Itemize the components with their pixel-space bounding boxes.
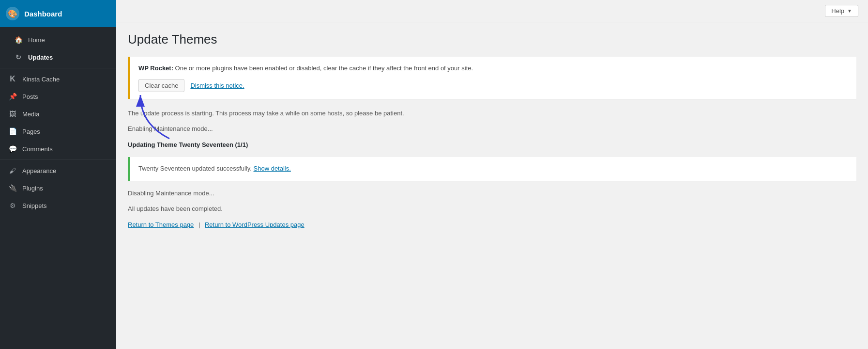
sidebar-item-appearance[interactable]: 🖌 Appearance bbox=[0, 162, 116, 179]
maintenance-disable-text: Disabling Maintenance mode... bbox=[128, 189, 856, 199]
posts-icon: 📌 bbox=[8, 92, 17, 101]
updating-theme-text: Updating Theme Twenty Seventeen (1/1) bbox=[128, 140, 856, 150]
sidebar-item-media-label: Media bbox=[22, 111, 39, 118]
sidebar-item-pages-label: Pages bbox=[22, 128, 40, 135]
sidebar-item-snippets[interactable]: ⚙ Snippets bbox=[0, 197, 116, 214]
return-updates-link[interactable]: Return to WordPress Updates page bbox=[205, 221, 305, 228]
sidebar-item-kinsta-cache[interactable]: K Kinsta Cache bbox=[0, 70, 116, 88]
wp-rocket-notice: WP Rocket: One or more plugins have been… bbox=[128, 57, 856, 99]
footer-links: Return to Themes page | Return to WordPr… bbox=[128, 220, 856, 230]
appearance-icon: 🖌 bbox=[8, 166, 17, 175]
sidebar-item-posts[interactable]: 📌 Posts bbox=[0, 88, 116, 105]
dismiss-notice-link[interactable]: Dismiss this notice. bbox=[190, 82, 244, 89]
pages-icon: 📄 bbox=[8, 127, 17, 136]
sidebar-title: Dashboard bbox=[24, 10, 62, 18]
sidebar-item-plugins[interactable]: 🔌 Plugins bbox=[0, 179, 116, 197]
sidebar-item-comments-label: Comments bbox=[22, 145, 53, 153]
help-chevron-icon: ▼ bbox=[847, 8, 852, 14]
main-area: Help ▼ Update Themes WP Rocket: One or m… bbox=[116, 0, 868, 349]
process-text: The update process is starting. This pro… bbox=[128, 109, 856, 119]
return-themes-link[interactable]: Return to Themes page bbox=[128, 221, 194, 228]
success-box: Twenty Seventeen updated successfully. S… bbox=[128, 157, 856, 181]
updates-icon: ↻ bbox=[14, 52, 23, 62]
sidebar: 🎨 Dashboard 🏠 Home ↻ Updates K Kinsta Ca… bbox=[0, 0, 116, 349]
help-label: Help bbox=[831, 7, 844, 15]
maintenance-enable-text: Enabling Maintenance mode... bbox=[128, 124, 856, 134]
sidebar-item-home-label: Home bbox=[28, 36, 45, 44]
topbar: Help ▼ bbox=[116, 0, 868, 22]
dashboard-icon: 🎨 bbox=[6, 7, 19, 20]
sidebar-item-media[interactable]: 🖼 Media bbox=[0, 105, 116, 123]
clear-cache-button[interactable]: Clear cache bbox=[138, 79, 184, 92]
sidebar-nav: 🏠 Home ↻ Updates K Kinsta Cache 📌 Posts … bbox=[0, 27, 116, 349]
sidebar-item-posts-label: Posts bbox=[22, 93, 38, 100]
content-area: Update Themes WP Rocket: One or more plu… bbox=[116, 22, 868, 349]
sidebar-item-pages[interactable]: 📄 Pages bbox=[0, 123, 116, 140]
update-content: The update process is starting. This pro… bbox=[128, 109, 856, 231]
sidebar-item-plugins-label: Plugins bbox=[22, 185, 43, 192]
all-updates-text: All updates have been completed. bbox=[128, 204, 856, 214]
help-button[interactable]: Help ▼ bbox=[825, 5, 858, 17]
sidebar-item-home[interactable]: 🏠 Home bbox=[0, 31, 116, 48]
sidebar-item-updates-label: Updates bbox=[28, 54, 53, 61]
notice-body: One or more plugins have been enabled or… bbox=[173, 64, 473, 72]
comments-icon: 💬 bbox=[8, 144, 17, 154]
plugins-icon: 🔌 bbox=[8, 183, 17, 193]
snippets-icon: ⚙ bbox=[8, 201, 17, 210]
sidebar-header[interactable]: 🎨 Dashboard bbox=[0, 0, 116, 27]
sidebar-item-kinsta-label: Kinsta Cache bbox=[22, 76, 60, 83]
sidebar-item-updates[interactable]: ↻ Updates bbox=[0, 48, 116, 66]
notice-actions: Clear cache Dismiss this notice. bbox=[138, 79, 848, 92]
kinsta-icon: K bbox=[8, 74, 17, 84]
notice-prefix: WP Rocket: bbox=[138, 64, 173, 72]
home-icon: 🏠 bbox=[14, 35, 23, 45]
sidebar-item-appearance-label: Appearance bbox=[22, 167, 56, 174]
success-text: Twenty Seventeen updated successfully. bbox=[138, 165, 252, 172]
notice-text: WP Rocket: One or more plugins have been… bbox=[138, 63, 848, 73]
page-title: Update Themes bbox=[128, 32, 856, 47]
sidebar-item-snippets-label: Snippets bbox=[22, 202, 47, 209]
show-details-link[interactable]: Show details. bbox=[254, 165, 291, 172]
link-separator: | bbox=[198, 221, 200, 228]
sidebar-item-comments[interactable]: 💬 Comments bbox=[0, 140, 116, 158]
media-icon: 🖼 bbox=[8, 109, 17, 119]
